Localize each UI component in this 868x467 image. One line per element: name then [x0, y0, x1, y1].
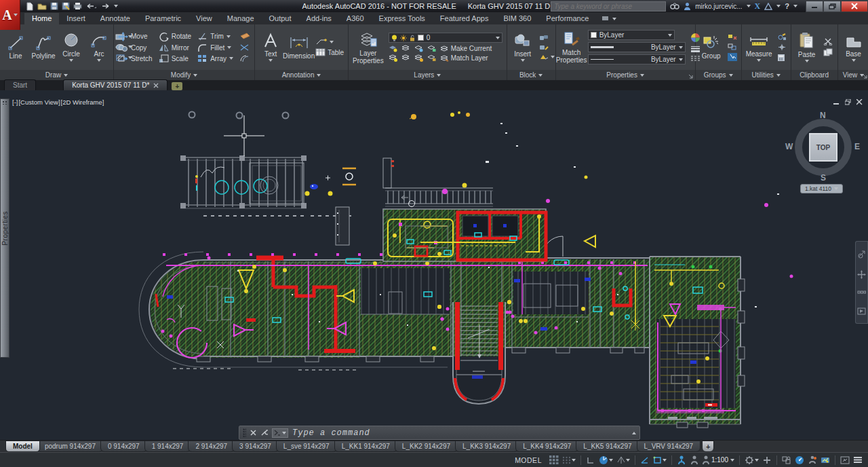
- graphics-performance-button[interactable]: [793, 454, 806, 466]
- user-icon[interactable]: [684, 2, 691, 10]
- layout-tab-l-sve[interactable]: L_sve 914x297: [276, 441, 337, 452]
- close-button[interactable]: [841, 1, 868, 12]
- text-button[interactable]: Text: [259, 33, 282, 62]
- viewport-restore-icon[interactable]: [845, 99, 851, 105]
- a360-caret[interactable]: [776, 5, 781, 7]
- grid-display-toggle[interactable]: [548, 454, 560, 466]
- orbit-icon[interactable]: [857, 307, 866, 315]
- clean-screen-button[interactable]: [839, 454, 851, 466]
- open-file-icon[interactable]: [37, 2, 47, 10]
- signed-in-username[interactable]: mirko.jurcevic...: [695, 3, 742, 10]
- annotation-autoscale-toggle[interactable]: [688, 454, 701, 466]
- save-as-icon[interactable]: [62, 2, 70, 10]
- rotate-button[interactable]: Rotate: [159, 32, 191, 41]
- scale-button[interactable]: Scale: [159, 54, 191, 63]
- table-button[interactable]: Table: [315, 48, 344, 56]
- edit-attributes-button[interactable]: [539, 44, 555, 51]
- layout-tab-2[interactable]: 2 914x297: [188, 441, 235, 452]
- exchange-apps-icon[interactable]: X: [755, 1, 761, 12]
- tab-home[interactable]: Home: [24, 13, 59, 24]
- cut-button[interactable]: [823, 38, 833, 45]
- tab-parametric[interactable]: Parametric: [138, 13, 189, 24]
- search-binoculars-icon[interactable]: [670, 3, 679, 10]
- layout-tab-1[interactable]: 1 914x297: [144, 441, 191, 452]
- group-selection-toggle[interactable]: [728, 53, 737, 61]
- full-nav-wheel-icon[interactable]: [857, 250, 866, 259]
- tab-a360[interactable]: A360: [339, 13, 372, 24]
- command-history-caret[interactable]: [632, 432, 636, 434]
- a360-icon[interactable]: [764, 3, 772, 10]
- block-editor-button[interactable]: [539, 54, 555, 60]
- stretch-button[interactable]: Stretch: [118, 54, 153, 63]
- annotation-scale-button[interactable]: 1:100: [701, 454, 736, 466]
- tab-express-tools[interactable]: Express Tools: [372, 13, 433, 24]
- redo-icon[interactable]: [100, 2, 111, 10]
- explode-button[interactable]: [239, 43, 250, 52]
- model-space-indicator[interactable]: MODEL: [515, 456, 542, 464]
- minimize-button[interactable]: [806, 1, 823, 12]
- layer-select-combo[interactable]: 0: [389, 33, 502, 43]
- pan-icon[interactable]: [857, 270, 866, 279]
- mirror-button[interactable]: Mirror: [159, 43, 191, 52]
- navigation-bar[interactable]: [855, 241, 868, 324]
- layout-tab-3[interactable]: 3 914x297: [232, 441, 279, 452]
- hardware-acceleration-button[interactable]: [819, 454, 831, 466]
- viewcube-level-pill[interactable]: 1.kat 4110: [800, 184, 843, 193]
- object-snap-toggle[interactable]: [652, 454, 668, 466]
- object-color-combo[interactable]: ByLayer: [588, 30, 675, 40]
- layers-panel-title[interactable]: Layers: [349, 70, 507, 80]
- dimension-button[interactable]: Dimension: [287, 35, 311, 60]
- layout-tab-l-kk2[interactable]: L_KK2 914x297: [395, 441, 458, 452]
- recent-commands-button[interactable]: [272, 428, 288, 438]
- trusted-autoload-button[interactable]: [806, 454, 818, 466]
- annotation-monitor-button[interactable]: [761, 454, 773, 466]
- customization-menu-button[interactable]: [852, 454, 864, 466]
- copy-button[interactable]: Copy: [118, 43, 153, 52]
- zoom-extents-icon[interactable]: [857, 291, 866, 296]
- command-bar-grip[interactable]: [243, 428, 246, 438]
- workspace-switching-button[interactable]: [743, 454, 760, 466]
- tab-output[interactable]: Output: [262, 13, 299, 24]
- create-block-button[interactable]: [539, 35, 555, 41]
- isolate-objects-button[interactable]: [781, 454, 793, 466]
- insert-button[interactable]: Insert: [511, 33, 534, 62]
- new-file-icon[interactable]: [26, 2, 34, 11]
- viewport-minimize-icon[interactable]: [833, 99, 840, 105]
- command-customize-wrench-icon[interactable]: [260, 429, 268, 436]
- block-panel-title[interactable]: Block: [507, 70, 555, 80]
- modify-panel-title[interactable]: Modify: [114, 70, 254, 80]
- compass-north[interactable]: N: [820, 111, 826, 120]
- id-point-button[interactable]: [777, 43, 787, 51]
- tab-featured-apps[interactable]: Featured Apps: [433, 13, 496, 24]
- tab-annotate[interactable]: Annotate: [93, 13, 138, 24]
- layout-tab-podrum[interactable]: podrum 914x297: [37, 441, 103, 452]
- plot-icon[interactable]: [73, 2, 82, 10]
- group-button[interactable]: Group: [700, 35, 723, 60]
- layout-tab-l-kk3[interactable]: L_KK3 914x297: [455, 441, 518, 452]
- compass-south[interactable]: S: [821, 173, 826, 183]
- copy-clip-button[interactable]: [823, 48, 833, 56]
- ortho-mode-toggle[interactable]: [585, 454, 597, 466]
- properties-palette-collapsed[interactable]: Properties: [0, 98, 9, 358]
- move-button[interactable]: Move: [118, 32, 153, 41]
- floor-plan-svg[interactable]: [0, 90, 868, 440]
- tab-bim-360[interactable]: BIM 360: [496, 13, 538, 24]
- offset-button[interactable]: [239, 54, 250, 62]
- user-menu-caret[interactable]: [747, 5, 751, 7]
- base-button[interactable]: Base: [842, 33, 865, 62]
- make-current-button[interactable]: Make Current: [440, 45, 492, 52]
- properties-panel-title[interactable]: Properties: [556, 70, 695, 80]
- fillet-button[interactable]: Fillet: [197, 43, 233, 52]
- group-edit-button[interactable]: [728, 43, 737, 50]
- file-tab-document[interactable]: Korta GHV 2015 07 11 D*: [63, 79, 167, 90]
- compass-west[interactable]: W: [785, 142, 793, 151]
- new-drawing-plus-button[interactable]: +: [172, 82, 182, 90]
- leader-tool-button[interactable]: [315, 38, 344, 45]
- object-snap-tracking-toggle[interactable]: [639, 454, 651, 466]
- match-properties-button[interactable]: MatchProperties: [560, 31, 583, 64]
- help-search-box[interactable]: [551, 1, 666, 12]
- viewport-close-icon[interactable]: [856, 99, 863, 105]
- tab-insert[interactable]: Insert: [59, 13, 93, 24]
- properties-dialog-launcher[interactable]: [688, 74, 693, 79]
- draw-panel-title[interactable]: Draw: [0, 70, 113, 80]
